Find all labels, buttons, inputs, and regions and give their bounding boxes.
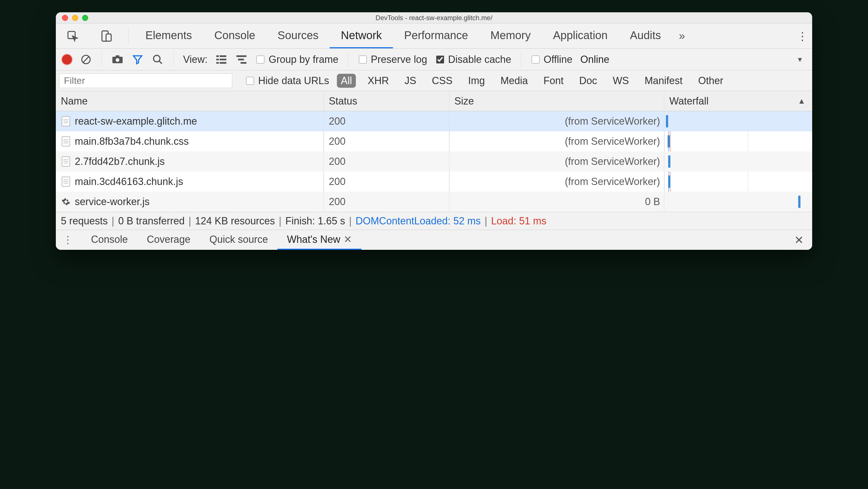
column-header-waterfall-label: Waterfall — [669, 95, 709, 107]
filter-type-ws[interactable]: WS — [609, 74, 633, 88]
tab-application[interactable]: Application — [542, 24, 619, 48]
gear-icon — [61, 197, 71, 207]
offline-label: Offline — [544, 54, 572, 65]
filter-type-manifest[interactable]: Manifest — [641, 74, 686, 88]
filter-type-other[interactable]: Other — [694, 74, 727, 88]
request-name: service-worker.js — [75, 196, 150, 208]
tab-performance[interactable]: Performance — [393, 24, 479, 48]
clear-icon[interactable] — [80, 53, 92, 66]
file-icon — [61, 156, 71, 167]
waterfall-bar — [668, 155, 671, 168]
svg-rect-14 — [216, 62, 219, 64]
filter-type-css[interactable]: CSS — [428, 74, 456, 88]
tab-memory[interactable]: Memory — [479, 24, 542, 48]
table-row[interactable]: react-sw-example.glitch.me200(from Servi… — [56, 111, 812, 131]
waterfall-bar — [668, 175, 671, 188]
cell-status: 200 — [324, 111, 450, 131]
drawer-tab-coverage[interactable]: Coverage — [137, 230, 200, 250]
drawer-tab-quick-source[interactable]: Quick source — [200, 230, 277, 250]
filter-type-img[interactable]: Img — [464, 74, 489, 88]
cell-waterfall — [664, 131, 812, 151]
column-header-size[interactable]: Size — [450, 91, 664, 111]
request-name: main.3cd46163.chunk.js — [75, 176, 183, 188]
overview-icon[interactable] — [235, 53, 248, 66]
waterfall-bar — [668, 135, 670, 147]
drawer-tab-whats-new[interactable]: What's New ✕ — [277, 230, 362, 250]
device-toolbar-icon[interactable] — [89, 30, 123, 42]
cell-status: 200 — [324, 192, 450, 212]
file-icon — [61, 136, 71, 146]
drawer-menu-icon[interactable]: ⋮ — [61, 234, 75, 246]
column-header-status[interactable]: Status — [324, 91, 450, 111]
status-load: Load: 51 ms — [491, 215, 547, 227]
group-by-frame-checkbox[interactable]: Group by frame — [255, 54, 338, 65]
request-name: main.8fb3a7b4.chunk.css — [75, 136, 189, 147]
table-row[interactable]: main.3cd46163.chunk.js200(from ServiceWo… — [56, 172, 812, 192]
window-minimize-button[interactable] — [72, 15, 78, 21]
cell-status: 200 — [324, 151, 450, 172]
filter-type-media[interactable]: Media — [497, 74, 532, 88]
cell-name: react-sw-example.glitch.me — [56, 111, 324, 131]
drawer-close-icon[interactable]: ✕ — [791, 234, 807, 247]
column-header-waterfall[interactable]: Waterfall ▲ — [664, 91, 812, 111]
svg-rect-11 — [220, 55, 226, 57]
devtools-window: DevTools - react-sw-example.glitch.me/ E… — [56, 12, 812, 250]
filter-type-js[interactable]: JS — [401, 74, 420, 88]
record-button[interactable] — [62, 55, 72, 64]
cell-name: main.8fb3a7b4.chunk.css — [56, 131, 324, 151]
file-icon — [61, 177, 71, 186]
disable-cache-label: Disable cache — [448, 54, 511, 65]
svg-rect-7 — [116, 55, 119, 58]
inspect-element-icon[interactable] — [56, 30, 89, 42]
more-tabs-icon[interactable]: » — [672, 30, 692, 42]
screenshot-icon[interactable] — [111, 53, 124, 66]
tab-console[interactable]: Console — [203, 24, 267, 48]
table-row[interactable]: 2.7fdd42b7.chunk.js200(from ServiceWorke… — [56, 151, 812, 172]
file-icon — [61, 116, 71, 126]
svg-line-9 — [159, 61, 162, 64]
svg-rect-12 — [216, 59, 219, 60]
cell-name: 2.7fdd42b7.chunk.js — [56, 151, 324, 172]
svg-rect-17 — [238, 59, 244, 60]
filter-icon[interactable] — [131, 53, 144, 66]
window-close-button[interactable] — [62, 15, 68, 21]
settings-menu-icon[interactable]: ⋮ — [793, 30, 812, 42]
hide-data-urls-checkbox[interactable]: Hide data URLs — [245, 75, 329, 87]
filter-type-xhr[interactable]: XHR — [364, 74, 393, 88]
filter-type-all[interactable]: All — [337, 74, 356, 88]
column-header-name[interactable]: Name — [56, 91, 324, 111]
sort-ascending-icon: ▲ — [798, 97, 805, 106]
group-by-frame-label: Group by frame — [269, 54, 338, 65]
offline-checkbox[interactable]: Offline — [531, 54, 572, 65]
tab-elements[interactable]: Elements — [134, 24, 203, 48]
cell-waterfall — [664, 192, 812, 212]
hide-data-urls-label: Hide data URLs — [258, 75, 329, 87]
filter-type-font[interactable]: Font — [539, 74, 567, 88]
tab-sources[interactable]: Sources — [267, 24, 330, 48]
disable-cache-checkbox[interactable]: Disable cache — [435, 54, 511, 65]
preserve-log-label: Preserve log — [371, 54, 427, 65]
window-maximize-button[interactable] — [82, 15, 88, 21]
search-icon[interactable] — [152, 53, 164, 66]
cell-name: main.3cd46163.chunk.js — [56, 172, 324, 192]
filter-type-doc[interactable]: Doc — [575, 74, 601, 88]
svg-point-6 — [116, 58, 119, 62]
request-name: react-sw-example.glitch.me — [75, 115, 197, 127]
svg-point-8 — [154, 55, 160, 62]
cell-size: (from ServiceWorker) — [450, 151, 664, 172]
throttling-select[interactable]: Online — [580, 54, 609, 65]
preserve-log-checkbox[interactable]: Preserve log — [358, 54, 427, 65]
tab-audits[interactable]: Audits — [619, 24, 672, 48]
table-row[interactable]: service-worker.js2000 B — [56, 192, 812, 212]
filter-input[interactable] — [59, 74, 232, 88]
table-row[interactable]: main.8fb3a7b4.chunk.css200(from ServiceW… — [56, 131, 812, 151]
throttling-dropdown-icon[interactable]: ▾ — [794, 53, 806, 66]
large-rows-icon[interactable] — [215, 53, 227, 66]
drawer-tab-console[interactable]: Console — [82, 230, 137, 250]
cell-waterfall — [664, 172, 812, 192]
requests-table: Name Status Size Waterfall ▲ react-sw-ex… — [56, 91, 812, 212]
close-tab-icon[interactable]: ✕ — [344, 234, 352, 245]
tab-network[interactable]: Network — [330, 24, 393, 48]
svg-line-4 — [83, 57, 89, 62]
cell-size: (from ServiceWorker) — [450, 172, 664, 192]
